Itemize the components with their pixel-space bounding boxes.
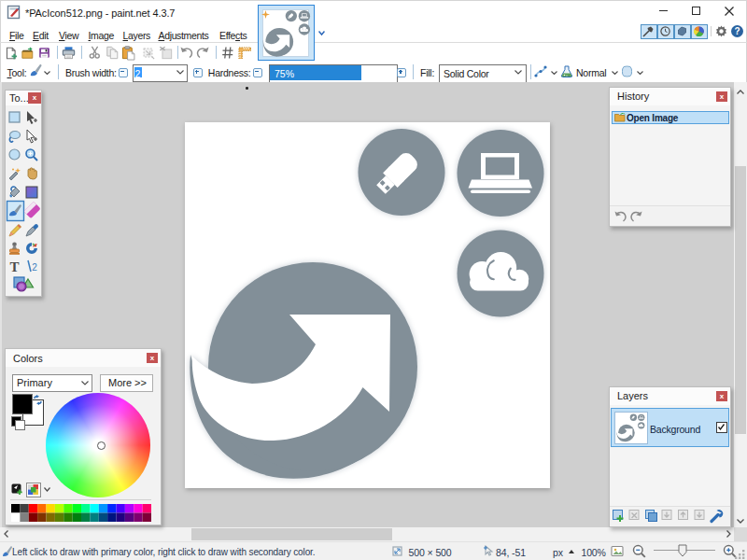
svg-text:T: T <box>9 259 19 274</box>
svg-text:2: 2 <box>32 262 37 273</box>
